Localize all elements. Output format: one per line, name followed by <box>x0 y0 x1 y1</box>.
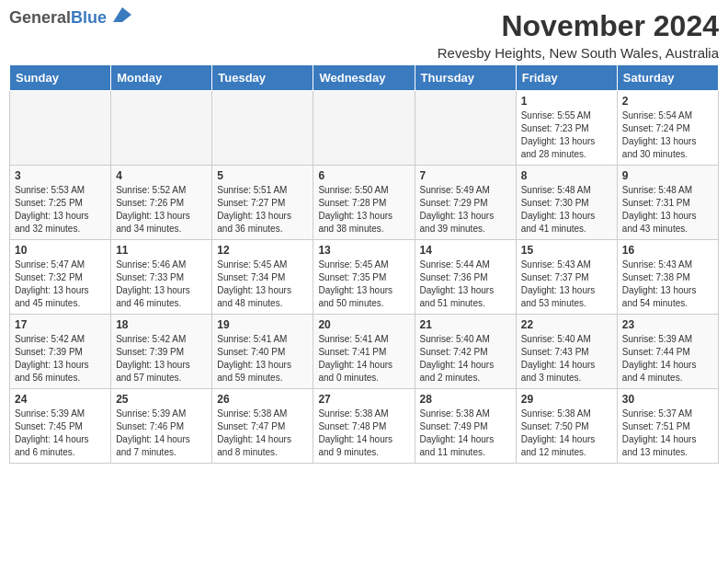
calendar-cell <box>415 91 516 166</box>
day-number: 27 <box>318 393 409 406</box>
day-info: Sunrise: 5:40 AM Sunset: 7:43 PM Dayligh… <box>521 333 612 385</box>
calendar-cell <box>10 91 111 166</box>
calendar-cell: 3Sunrise: 5:53 AM Sunset: 7:25 PM Daylig… <box>10 166 111 240</box>
day-info: Sunrise: 5:41 AM Sunset: 7:40 PM Dayligh… <box>217 333 308 385</box>
day-info: Sunrise: 5:44 AM Sunset: 7:36 PM Dayligh… <box>420 259 511 310</box>
day-info: Sunrise: 5:42 AM Sunset: 7:39 PM Dayligh… <box>116 333 207 385</box>
day-info: Sunrise: 5:38 AM Sunset: 7:47 PM Dayligh… <box>217 408 308 459</box>
day-number: 19 <box>217 318 308 331</box>
calendar-cell: 9Sunrise: 5:48 AM Sunset: 7:31 PM Daylig… <box>617 166 718 240</box>
calendar-cell: 29Sunrise: 5:38 AM Sunset: 7:50 PM Dayli… <box>516 389 617 464</box>
header-day-saturday: Saturday <box>617 65 718 91</box>
header-day-wednesday: Wednesday <box>313 65 415 91</box>
week-row-0: 1Sunrise: 5:55 AM Sunset: 7:23 PM Daylig… <box>10 91 719 166</box>
logo: GeneralBlue <box>9 9 131 28</box>
day-number: 29 <box>521 393 612 406</box>
calendar-cell: 6Sunrise: 5:50 AM Sunset: 7:28 PM Daylig… <box>313 166 415 240</box>
logo-blue: Blue <box>71 8 107 27</box>
day-number: 5 <box>217 169 308 182</box>
day-number: 30 <box>622 393 713 406</box>
header-day-tuesday: Tuesday <box>212 65 313 91</box>
day-number: 14 <box>420 244 511 257</box>
day-info: Sunrise: 5:54 AM Sunset: 7:24 PM Dayligh… <box>622 109 713 161</box>
day-number: 1 <box>521 95 612 108</box>
day-number: 21 <box>420 318 511 331</box>
calendar-cell: 25Sunrise: 5:39 AM Sunset: 7:46 PM Dayli… <box>111 389 212 464</box>
calendar-cell: 12Sunrise: 5:45 AM Sunset: 7:34 PM Dayli… <box>212 240 313 315</box>
day-number: 8 <box>521 169 612 182</box>
calendar-cell: 27Sunrise: 5:38 AM Sunset: 7:48 PM Dayli… <box>313 389 415 464</box>
day-number: 16 <box>622 244 713 257</box>
day-info: Sunrise: 5:42 AM Sunset: 7:39 PM Dayligh… <box>15 333 106 385</box>
day-number: 23 <box>622 318 713 331</box>
calendar-header: SundayMondayTuesdayWednesdayThursdayFrid… <box>10 65 719 91</box>
day-info: Sunrise: 5:53 AM Sunset: 7:25 PM Dayligh… <box>15 184 106 236</box>
day-number: 17 <box>15 318 106 331</box>
calendar-cell: 7Sunrise: 5:49 AM Sunset: 7:29 PM Daylig… <box>415 166 516 240</box>
calendar-cell: 23Sunrise: 5:39 AM Sunset: 7:44 PM Dayli… <box>617 315 718 389</box>
week-row-2: 10Sunrise: 5:47 AM Sunset: 7:32 PM Dayli… <box>10 240 719 315</box>
day-info: Sunrise: 5:45 AM Sunset: 7:35 PM Dayligh… <box>318 259 409 310</box>
calendar-cell: 15Sunrise: 5:43 AM Sunset: 7:37 PM Dayli… <box>516 240 617 315</box>
header-day-monday: Monday <box>111 65 212 91</box>
header: GeneralBlue November 2024 Revesby Height… <box>9 9 719 61</box>
header-day-sunday: Sunday <box>10 65 111 91</box>
header-day-friday: Friday <box>516 65 617 91</box>
calendar-cell: 4Sunrise: 5:52 AM Sunset: 7:26 PM Daylig… <box>111 166 212 240</box>
day-info: Sunrise: 5:43 AM Sunset: 7:38 PM Dayligh… <box>622 259 713 310</box>
day-number: 13 <box>318 244 409 257</box>
header-row: SundayMondayTuesdayWednesdayThursdayFrid… <box>10 65 719 91</box>
day-number: 20 <box>318 318 409 331</box>
main-title: November 2024 <box>438 9 719 43</box>
day-number: 6 <box>318 169 409 182</box>
calendar-cell <box>212 91 313 166</box>
day-info: Sunrise: 5:48 AM Sunset: 7:30 PM Dayligh… <box>521 184 612 236</box>
day-number: 25 <box>116 393 207 406</box>
day-info: Sunrise: 5:41 AM Sunset: 7:41 PM Dayligh… <box>318 333 409 385</box>
day-info: Sunrise: 5:51 AM Sunset: 7:27 PM Dayligh… <box>217 184 308 236</box>
calendar-cell: 10Sunrise: 5:47 AM Sunset: 7:32 PM Dayli… <box>10 240 111 315</box>
day-info: Sunrise: 5:48 AM Sunset: 7:31 PM Dayligh… <box>622 184 713 236</box>
subtitle: Revesby Heights, New South Wales, Austra… <box>438 45 719 61</box>
svg-marker-0 <box>113 7 131 22</box>
week-row-3: 17Sunrise: 5:42 AM Sunset: 7:39 PM Dayli… <box>10 315 719 389</box>
day-info: Sunrise: 5:38 AM Sunset: 7:48 PM Dayligh… <box>318 408 409 459</box>
logo-container: GeneralBlue <box>9 9 131 28</box>
day-number: 3 <box>15 169 106 182</box>
day-number: 18 <box>116 318 207 331</box>
day-info: Sunrise: 5:49 AM Sunset: 7:29 PM Dayligh… <box>420 184 511 236</box>
calendar-table: SundayMondayTuesdayWednesdayThursdayFrid… <box>9 64 719 464</box>
calendar-cell: 28Sunrise: 5:38 AM Sunset: 7:49 PM Dayli… <box>415 389 516 464</box>
calendar-cell: 22Sunrise: 5:40 AM Sunset: 7:43 PM Dayli… <box>516 315 617 389</box>
day-number: 10 <box>15 244 106 257</box>
week-row-1: 3Sunrise: 5:53 AM Sunset: 7:25 PM Daylig… <box>10 166 719 240</box>
day-info: Sunrise: 5:52 AM Sunset: 7:26 PM Dayligh… <box>116 184 207 236</box>
calendar-cell: 1Sunrise: 5:55 AM Sunset: 7:23 PM Daylig… <box>516 91 617 166</box>
calendar-cell: 30Sunrise: 5:37 AM Sunset: 7:51 PM Dayli… <box>617 389 718 464</box>
calendar-cell <box>313 91 415 166</box>
week-row-4: 24Sunrise: 5:39 AM Sunset: 7:45 PM Dayli… <box>10 389 719 464</box>
day-number: 11 <box>116 244 207 257</box>
day-info: Sunrise: 5:39 AM Sunset: 7:45 PM Dayligh… <box>15 408 106 459</box>
day-info: Sunrise: 5:46 AM Sunset: 7:33 PM Dayligh… <box>116 259 207 310</box>
calendar-cell <box>111 91 212 166</box>
logo-general: General <box>9 8 71 27</box>
day-info: Sunrise: 5:39 AM Sunset: 7:44 PM Dayligh… <box>622 333 713 385</box>
day-number: 26 <box>217 393 308 406</box>
day-info: Sunrise: 5:39 AM Sunset: 7:46 PM Dayligh… <box>116 408 207 459</box>
day-info: Sunrise: 5:38 AM Sunset: 7:50 PM Dayligh… <box>521 408 612 459</box>
calendar-cell: 18Sunrise: 5:42 AM Sunset: 7:39 PM Dayli… <box>111 315 212 389</box>
day-number: 2 <box>622 95 713 108</box>
day-number: 9 <box>622 169 713 182</box>
day-number: 15 <box>521 244 612 257</box>
day-info: Sunrise: 5:55 AM Sunset: 7:23 PM Dayligh… <box>521 109 612 161</box>
calendar-cell: 24Sunrise: 5:39 AM Sunset: 7:45 PM Dayli… <box>10 389 111 464</box>
logo-icon <box>113 6 131 24</box>
day-number: 4 <box>116 169 207 182</box>
day-info: Sunrise: 5:38 AM Sunset: 7:49 PM Dayligh… <box>420 408 511 459</box>
calendar-cell: 16Sunrise: 5:43 AM Sunset: 7:38 PM Dayli… <box>617 240 718 315</box>
title-block: November 2024 Revesby Heights, New South… <box>438 9 719 61</box>
day-number: 12 <box>217 244 308 257</box>
header-day-thursday: Thursday <box>415 65 516 91</box>
day-info: Sunrise: 5:43 AM Sunset: 7:37 PM Dayligh… <box>521 259 612 310</box>
